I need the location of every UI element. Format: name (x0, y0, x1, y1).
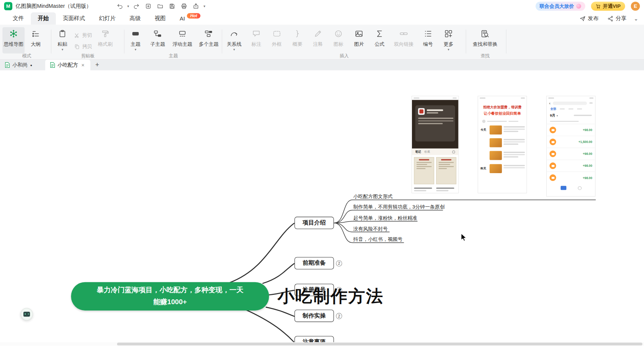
collapse-badge-preparation[interactable]: 2 (336, 260, 342, 267)
new-document-button[interactable] (144, 1, 153, 10)
numbering-button[interactable]: 编号 (419, 27, 437, 54)
print-button[interactable] (180, 1, 189, 10)
footer-icon[interactable] (560, 186, 566, 190)
footer-icon[interactable] (578, 186, 582, 190)
month-label[interactable]: 9月 (550, 113, 556, 118)
callout-button[interactable]: 标注 (247, 27, 265, 54)
ad-headline: 拒绝大价加盟费，培训费 让小餐饮创业回归简单 (478, 105, 527, 117)
attached-image-ad[interactable]: 拒绝大价加盟费，培训费 让小餐饮创业回归简单 今天 昨天 (478, 96, 527, 193)
summary-button[interactable]: 概要 (288, 27, 306, 54)
horizontal-scrollbar[interactable] (0, 342, 644, 346)
text-bar (589, 98, 593, 99)
ribbon-group-topic: 主题 ▾ 子主题 浮动主题 多个主题 主题 (126, 25, 221, 60)
document-icon (5, 62, 10, 68)
share-button[interactable]: 分享 (608, 15, 627, 22)
menu-tab-ai[interactable]: AI Hot (173, 12, 207, 25)
menu-tab-view[interactable]: 视图 (148, 12, 173, 25)
close-tab-icon[interactable]: × (81, 62, 84, 68)
text-bar (418, 120, 453, 121)
format-painter-button[interactable]: 格式刷 (94, 27, 117, 54)
doc-tab-1[interactable]: 小和尚 ● (0, 60, 45, 70)
bill-row[interactable]: +1,500.00 (547, 136, 595, 148)
menu-tab-page-style[interactable]: 页面样式 (56, 12, 92, 25)
branch-node-project-intro[interactable]: 项目介绍 (294, 217, 334, 229)
mindmap-mode-button[interactable]: 思维导图 (3, 27, 25, 54)
user-avatar[interactable]: E (631, 1, 640, 10)
branch-node-notes[interactable]: 注意事项 (294, 336, 334, 342)
favorites-tab[interactable]: 收藏 (424, 150, 430, 154)
relationship-line-button[interactable]: 关系线 ▾ (223, 27, 245, 54)
summary-icon (293, 29, 302, 38)
text-bar (574, 115, 592, 116)
subtopic-no-risk[interactable]: 没有风险不封号 (353, 225, 388, 232)
mindmap-canvas[interactable]: 暴力冷门蓝海项目，小吃配方，多种变现，一天能赚1000+ 小吃制作方法 项目介绍… (0, 70, 644, 342)
back-icon[interactable]: ‹ (549, 101, 551, 105)
bill-summary (547, 119, 595, 124)
scrollbar-thumb[interactable] (117, 343, 643, 346)
topic-button[interactable]: 主题 ▾ (126, 27, 145, 54)
menu-tab-advanced[interactable]: 高级 (123, 12, 148, 25)
filter-tab-all[interactable]: 全部 (550, 107, 556, 111)
undo-button[interactable] (115, 1, 124, 10)
boundary-button[interactable]: 外框 (268, 27, 286, 54)
paste-button[interactable]: 粘贴 ▾ (52, 27, 72, 54)
menu-tab-file[interactable]: 文件 (6, 12, 30, 25)
save-button[interactable] (168, 1, 177, 10)
collapse-ribbon-icon[interactable]: ⌄ (634, 15, 638, 22)
bidirectional-link-button[interactable]: 双向链接 (391, 27, 416, 54)
month-caret-icon[interactable]: ▾ (557, 114, 558, 117)
branch-node-practice[interactable]: 制作实操 (294, 310, 334, 322)
picture-icon (354, 29, 363, 38)
subtopic-fast-growth[interactable]: 起号简单，涨粉快，粉丝精准 (353, 215, 417, 222)
more-insert-button[interactable]: 更多 ▾ (439, 27, 458, 54)
redo-button[interactable] (132, 1, 141, 10)
export-caret-icon[interactable]: ▾ (203, 4, 205, 8)
copy-icon (74, 44, 80, 50)
collapse-badge-practice[interactable]: 2 (336, 313, 342, 319)
subtopic-easy-production[interactable]: 制作简单，不用剪辑功底，3分钟一条原创 (353, 204, 445, 211)
comment-button[interactable]: 注释 (309, 27, 327, 54)
cut-button[interactable]: 剪切 (74, 32, 92, 39)
attached-image-profile[interactable]: 笔记 收藏 (412, 96, 459, 193)
menubar: 文件 开始 页面样式 幻灯片 高级 视图 AI Hot 发布 分享 ⌄ (0, 12, 644, 25)
floating-title-text[interactable]: 小吃制作方法 (278, 288, 384, 305)
phone-statusbar (547, 96, 595, 100)
find-replace-button[interactable]: 查找和替换 (467, 27, 503, 54)
bill-row[interactable]: +98.00 (547, 124, 595, 136)
multiple-topics-button[interactable]: 多个主题 (196, 27, 221, 54)
search-pill[interactable] (553, 101, 587, 105)
subtopic-image-text-format[interactable]: 小吃配方图文形式 (353, 193, 393, 200)
undo-caret-icon[interactable]: ▾ (127, 4, 129, 8)
branch-node-preparation[interactable]: 前期准备 (294, 257, 334, 269)
search-icon (452, 150, 455, 153)
picture-button[interactable]: 图片 (350, 27, 368, 54)
open-file-button[interactable] (156, 1, 165, 10)
bill-row[interactable]: +98.00 (547, 160, 595, 172)
subtopic-button[interactable]: 子主题 (147, 27, 168, 54)
menu-tab-home[interactable]: 开始 (31, 12, 56, 25)
bill-row[interactable]: +98.00 (547, 172, 595, 184)
icon-insert-button[interactable]: 图标 (329, 27, 348, 54)
copy-button[interactable]: 拷贝 (74, 43, 92, 50)
notes-tab[interactable]: 笔记 (415, 150, 421, 154)
floating-topic-button[interactable]: 浮动主题 (170, 27, 194, 54)
vip-button[interactable]: 开通VIP (591, 1, 625, 10)
bill-footer (547, 186, 595, 190)
text-bar (416, 162, 432, 163)
doc-tab-2[interactable]: 小吃配方 × (45, 60, 91, 70)
attached-image-bill[interactable]: ‹ 全部 9月 ▾ +98.00 +1,500.00 +98.00 +98.00… (546, 96, 596, 197)
cut-label: 剪切 (82, 32, 92, 39)
central-topic-node[interactable]: 暴力冷门蓝海项目，小吃配方，多种变现，一天能赚1000+ (71, 282, 269, 311)
ai-assistant-bubble[interactable] (20, 308, 33, 320)
bill-row[interactable]: +98.00 (547, 148, 595, 160)
member-promo-badge[interactable]: 联合会员大放价 (535, 1, 585, 10)
ad-headline-line2: 让小餐饮创业回归简单 (478, 111, 527, 116)
export-button[interactable] (191, 1, 200, 10)
publish-button[interactable]: 发布 (580, 15, 599, 22)
subtopic-platforms[interactable]: 抖音，小红书，视频号 (353, 236, 403, 243)
outline-mode-button[interactable]: 大纲 (26, 27, 45, 54)
vip-label: 开通VIP (603, 3, 621, 10)
formula-button[interactable]: 公式 (370, 27, 389, 54)
menu-tab-slideshow[interactable]: 幻灯片 (92, 12, 122, 25)
new-tab-button[interactable]: + (90, 60, 104, 70)
